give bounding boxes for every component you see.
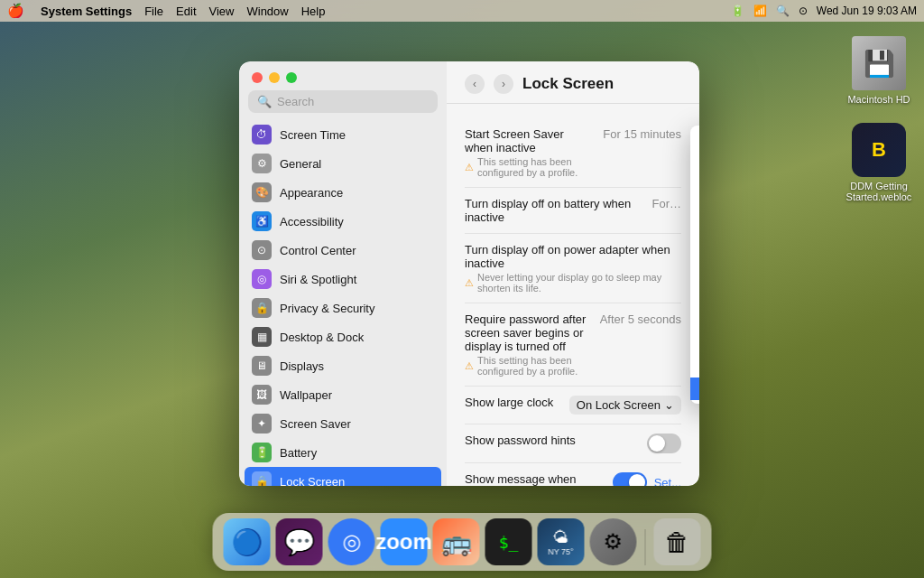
dock-item-arc[interactable]: ◎ (328, 518, 375, 565)
dropdown-item-10min[interactable]: For 10 minutes (690, 197, 699, 219)
screen-saver-label-group: Start Screen Saver when inactive ⚠ This … (465, 127, 594, 178)
menubar-left: 🍎 System Settings File Edit View Window … (7, 3, 325, 19)
sidebar-item-desktop-dock[interactable]: ▦ Desktop & Dock (245, 322, 441, 351)
sidebar: 🔍 Search ⏱ Screen Time ⚙ General 🎨 Appea… (239, 61, 447, 486)
accessibility-icon: ♿ (252, 211, 272, 231)
dropdown-item-1hr[interactable]: For 1 hour (690, 265, 699, 287)
lock-screen-icon: 🔒 (252, 471, 272, 486)
maximize-button[interactable] (286, 72, 297, 83)
screen-time-icon: ⏱ (252, 125, 272, 144)
menubar-search-icon[interactable]: 🔍 (776, 5, 790, 17)
dock-item-slack[interactable]: 💬 (276, 518, 323, 565)
ddm-icon: B (852, 123, 906, 177)
password-value[interactable]: After 5 seconds (600, 312, 681, 326)
menubar-edit[interactable]: Edit (176, 5, 196, 18)
menubar-help[interactable]: Help (301, 5, 326, 18)
screen-saver-sublabel: ⚠ This setting has been configured by a … (465, 156, 594, 178)
password-hints-row: Show password hints (465, 424, 681, 463)
dock-item-system-preferences[interactable]: ⚙ (590, 518, 637, 565)
menubar-view[interactable]: View (209, 5, 235, 18)
close-button[interactable] (252, 72, 263, 83)
dropdown-item-30min[interactable]: For 30 minutes (690, 242, 699, 265)
dropdown-item-1hr30min[interactable]: For 1 hour, 30 minutes (690, 287, 699, 310)
sidebar-item-label: Screen Saver (280, 417, 351, 431)
search-icon: 🔍 (257, 95, 272, 108)
menubar-window[interactable]: Window (246, 5, 288, 18)
sidebar-item-label: Desktop & Dock (280, 331, 364, 344)
minimize-button[interactable] (269, 72, 280, 83)
sidebar-item-screen-time[interactable]: ⏱ Screen Time (245, 120, 441, 149)
dock-item-finder[interactable]: 🔵 (224, 518, 271, 565)
sidebar-item-battery[interactable]: 🔋 Battery (245, 438, 441, 467)
dock-item-zoom[interactable]: zoom (381, 518, 428, 565)
sidebar-item-label: Screen Time (280, 128, 346, 142)
dropdown-item-2hr30min[interactable]: For 2 hours, 30 minutes (690, 332, 699, 355)
display-battery-value[interactable]: For… (652, 197, 682, 210)
large-clock-row: Show large clock On Lock Screen ⌄ (465, 387, 681, 424)
sidebar-item-displays[interactable]: 🖥 Displays (245, 351, 441, 380)
desktop: 🍎 System Settings File Edit View Window … (0, 0, 924, 578)
sidebar-item-lock-screen[interactable]: 🔒 Lock Screen (245, 467, 441, 486)
battery-icon: 🔋 (252, 443, 272, 462)
dropdown-item-20min[interactable]: For 20 minutes (690, 219, 699, 242)
dropdown-item-3hr[interactable]: For 3 hours (690, 355, 699, 378)
dropdown-item-5min[interactable]: For 5 minutes (690, 174, 699, 197)
siri-spotlight-icon: ◎ (252, 269, 272, 289)
dock-item-weather[interactable]: 🌤 NY 75° (538, 518, 585, 565)
large-clock-select[interactable]: On Lock Screen ⌄ (569, 396, 681, 415)
dock-item-transit[interactable]: 🚌 (433, 518, 480, 565)
apple-menu[interactable]: 🍎 (7, 3, 24, 19)
dropdown-item-3min[interactable]: For 3 minutes (690, 152, 699, 174)
menubar-control-center-icon[interactable]: ⊙ (799, 5, 808, 17)
sidebar-item-privacy-security[interactable]: 🔒 Privacy & Security (245, 294, 441, 322)
menubar-app-name[interactable]: System Settings (41, 5, 132, 18)
ddm-label: DDM Getting Started.webloc (843, 181, 915, 202)
privacy-security-icon: 🔒 (252, 298, 272, 318)
dropdown-item-2min[interactable]: For 2 minutes (690, 129, 699, 152)
dropdown-item-never[interactable]: ✓ Never (690, 378, 699, 400)
desktop-icon-ddm[interactable]: B DDM Getting Started.webloc (843, 123, 915, 202)
back-button[interactable]: ‹ (465, 74, 485, 94)
sidebar-item-label: Lock Screen (280, 475, 345, 487)
displays-icon: 🖥 (252, 356, 272, 376)
message-locked-row: Show message when locked Set... (465, 463, 681, 486)
display-adapter-row: Turn display off on power adapter when i… (465, 234, 681, 303)
menubar-wifi-icon: 📶 (753, 5, 767, 17)
sidebar-item-appearance[interactable]: 🎨 Appearance (245, 178, 441, 207)
dropdown-item-2hr[interactable]: For 2 hours (690, 310, 699, 332)
message-locked-toggle[interactable] (613, 472, 647, 486)
sidebar-item-screen-saver[interactable]: ✦ Screen Saver (245, 409, 441, 438)
dock-divider (645, 529, 646, 565)
sidebar-search[interactable]: 🔍 Search (248, 90, 438, 113)
sidebar-item-label: Appearance (280, 186, 343, 200)
dock-item-terminal[interactable]: $_ (485, 518, 532, 565)
sidebar-item-accessibility[interactable]: ♿ Accessibility (245, 207, 441, 236)
sidebar-item-label: Accessibility (280, 215, 344, 228)
sidebar-item-siri-spotlight[interactable]: ◎ Siri & Spotlight (245, 265, 441, 294)
search-placeholder: Search (277, 95, 314, 108)
sidebar-item-general[interactable]: ⚙ General (245, 149, 441, 178)
screen-saver-value[interactable]: For 15 minutes (603, 127, 681, 141)
content-body: Start Screen Saver when inactive ⚠ This … (447, 104, 699, 486)
dock-item-trash[interactable]: 🗑 (654, 518, 701, 565)
menubar-battery-icon: 🔋 (731, 5, 744, 17)
sidebar-item-label: Displays (280, 359, 324, 373)
password-warning-icon: ⚠ (465, 360, 474, 372)
display-adapter-label-group: Turn display off on power adapter when i… (465, 243, 681, 294)
password-hints-toggle[interactable] (647, 434, 681, 453)
sidebar-item-control-center[interactable]: ⊙ Control Center (245, 236, 441, 265)
sidebar-item-wallpaper[interactable]: 🖼 Wallpaper (245, 380, 441, 409)
menubar-file[interactable]: File (144, 5, 163, 18)
display-battery-row: Turn display off on battery when inactiv… (465, 188, 681, 234)
adapter-warning-icon: ⚠ (465, 277, 474, 289)
screen-saver-label: Start Screen Saver when inactive (465, 127, 594, 154)
display-adapter-dropdown[interactable]: For 2 minutes For 3 minutes For 5 minute… (690, 126, 699, 404)
desktop-icon-macintosh-hd[interactable]: 💾 Macintosh HD (843, 36, 915, 105)
large-clock-label: Show large clock (465, 396, 569, 409)
sidebar-items-list: ⏱ Screen Time ⚙ General 🎨 Appearance ♿ A… (239, 120, 447, 486)
password-hints-label: Show password hints (465, 434, 647, 447)
menubar-datetime: Wed Jun 19 9:03 AM (817, 5, 917, 17)
macintosh-hd-icon: 💾 (852, 36, 906, 90)
forward-button[interactable]: › (494, 74, 513, 94)
set-message-button[interactable]: Set... (654, 476, 681, 487)
